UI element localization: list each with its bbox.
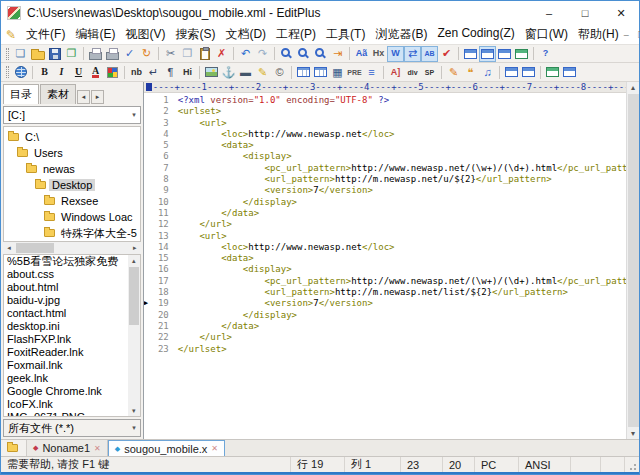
file-item[interactable]: FlashFXP.lnk xyxy=(4,333,128,346)
menu-item-document[interactable]: 文档(D) xyxy=(220,26,271,43)
scroll-down-icon[interactable]: ▾ xyxy=(631,428,635,439)
hex-view-button[interactable]: Hx xyxy=(370,46,387,62)
save-button[interactable] xyxy=(46,46,63,62)
scroll-down-icon[interactable]: ▾ xyxy=(132,405,136,416)
browser2-window-button[interactable] xyxy=(479,46,496,62)
sp-button[interactable]: SP xyxy=(421,64,438,80)
script-button[interactable]: ✎ xyxy=(445,64,462,80)
tree-item[interactable]: Users xyxy=(4,145,140,161)
tree-item[interactable]: Desktop xyxy=(4,177,140,193)
code-area[interactable]: 1<?xml version="1.0" encoding="UTF-8" ?>… xyxy=(144,93,626,439)
heading-button[interactable]: Hi xyxy=(179,64,196,80)
file-item[interactable]: %5B看雪论坛独家免费 xyxy=(4,255,128,268)
auto-indent-button[interactable]: ⇄ xyxy=(404,46,421,62)
resize-grip[interactable] xyxy=(625,457,639,472)
minimize-button[interactable]: – xyxy=(531,1,567,25)
tab-material[interactable]: 素材 xyxy=(40,84,76,104)
font-color-button[interactable]: A xyxy=(87,64,104,80)
special-char-button[interactable]: © xyxy=(271,64,288,80)
print-preview-button[interactable] xyxy=(87,46,104,62)
browser1-window-button[interactable] xyxy=(462,46,479,62)
context-help-button[interactable]: ? xyxy=(537,46,554,62)
tree-item[interactable]: 特殊字体大全-5 xyxy=(4,225,140,241)
file-item[interactable]: about.css xyxy=(4,268,128,281)
scroll-up-icon[interactable]: ▴ xyxy=(631,82,635,93)
find-in-files-button[interactable] xyxy=(312,46,329,62)
undo-button[interactable]: ↶ xyxy=(237,46,254,62)
char-code-button[interactable]: Aã xyxy=(353,46,370,62)
file-item[interactable]: contact.html xyxy=(4,307,128,320)
new-file-button[interactable]: ❏ xyxy=(12,46,29,62)
delete-button[interactable]: ✗ xyxy=(213,46,230,62)
menu-item-project[interactable]: 工程(P) xyxy=(271,26,321,43)
scroll-right-icon[interactable]: ▸ xyxy=(129,244,141,252)
image-button[interactable] xyxy=(203,64,220,80)
table-button[interactable] xyxy=(295,64,312,80)
table-row-button[interactable] xyxy=(312,64,329,80)
goto-line-button[interactable]: ⇥ xyxy=(329,46,346,62)
scrollbar-thumb[interactable] xyxy=(628,94,639,427)
anchor-button[interactable]: ⚓ xyxy=(220,64,237,80)
menu-item-edit[interactable]: 编辑(E) xyxy=(70,26,120,43)
color-window-button[interactable] xyxy=(544,64,561,80)
hrule-button[interactable]: ▬ xyxy=(237,64,254,80)
scroll-up-icon[interactable]: ▴ xyxy=(132,255,136,266)
menu-item-search[interactable]: 搜索(S) xyxy=(170,26,220,43)
close-icon[interactable]: ✕ xyxy=(94,444,101,453)
find-button[interactable] xyxy=(278,46,295,62)
spell-check-button[interactable]: ✓ xyxy=(121,46,138,62)
browser-preview-button[interactable] xyxy=(12,64,29,80)
tree-item[interactable]: newas xyxy=(4,161,140,177)
frame-window-button[interactable] xyxy=(561,64,578,80)
editor-scrollbar[interactable]: ▴ ▾ xyxy=(626,82,639,439)
toolbar-grip[interactable] xyxy=(6,66,9,78)
scrollbar-thumb[interactable] xyxy=(16,243,54,253)
maximize-button[interactable]: □ xyxy=(567,1,603,25)
doc-tab-noname1[interactable]: ◆Noname1✕ xyxy=(27,440,108,456)
menu-item-zen-coding[interactable]: Zen Coding(Z) xyxy=(432,26,519,43)
menu-item-tools[interactable]: 工具(T) xyxy=(321,26,370,43)
replace-button[interactable] xyxy=(295,46,312,62)
quote-button[interactable]: ❝ xyxy=(462,64,479,80)
underline-button[interactable]: U xyxy=(70,64,87,80)
file-item[interactable]: geek.lnk xyxy=(4,372,128,385)
span-button[interactable]: A] xyxy=(387,64,404,80)
file-item[interactable]: FoxitReader.lnk xyxy=(4,346,128,359)
toolbar-grip[interactable] xyxy=(6,48,9,60)
line-break-button[interactable]: ↵ xyxy=(145,64,162,80)
italic-button[interactable]: I xyxy=(53,64,70,80)
tab-scroll-right-icon[interactable]: ▸ xyxy=(91,90,104,104)
file-item[interactable]: about.html xyxy=(4,281,128,294)
notes-button[interactable]: ♫ xyxy=(479,64,496,80)
file-list-scrollbar[interactable]: ▴ ▾ xyxy=(128,255,140,416)
menu-item-view[interactable]: 视图(V) xyxy=(120,26,170,43)
file-item[interactable]: IMG_0671.PNG xyxy=(4,411,128,416)
scrollbar-thumb[interactable] xyxy=(129,267,139,325)
mdi-minimize-button[interactable]: – xyxy=(624,30,629,40)
list-button[interactable]: ≡ xyxy=(363,64,380,80)
tab-scroll-left-icon[interactable]: ◂ xyxy=(77,90,90,104)
tile-window-button[interactable] xyxy=(520,64,537,80)
paste-button[interactable] xyxy=(196,46,213,62)
file-item[interactable]: IcoFX.lnk xyxy=(4,398,128,411)
open-file-button[interactable] xyxy=(29,46,46,62)
reload-button[interactable]: ↻ xyxy=(138,46,155,62)
file-item[interactable]: desktop.ini xyxy=(4,320,128,333)
copy-button[interactable]: ❐ xyxy=(179,46,196,62)
sync-window-button[interactable] xyxy=(513,46,530,62)
file-item[interactable]: baidu-v.jpg xyxy=(4,294,128,307)
div-button[interactable]: div xyxy=(404,64,421,80)
tree-item[interactable]: C:\ xyxy=(4,129,140,145)
menu-item-file[interactable]: 文件(F) xyxy=(21,26,70,43)
tree-item[interactable]: Windows Loac xyxy=(4,209,140,225)
doc-tab-sougou-mobile[interactable]: ◆sougou_mobile.x✕ xyxy=(108,440,225,456)
menu-item-help[interactable]: 帮助(H) xyxy=(573,26,624,43)
paragraph-button[interactable]: ¶ xyxy=(162,64,179,80)
bold-button[interactable]: B xyxy=(36,64,53,80)
menu-item-browser[interactable]: 浏览器(B) xyxy=(370,26,432,43)
redo-button[interactable]: ↷ xyxy=(254,46,271,62)
nbsp-button[interactable]: nb xyxy=(128,64,145,80)
drive-select[interactable]: [C:] ▾ xyxy=(3,106,141,124)
table-cell-button[interactable]: ▦ xyxy=(329,64,346,80)
file-item[interactable]: Google Chrome.lnk xyxy=(4,385,128,398)
